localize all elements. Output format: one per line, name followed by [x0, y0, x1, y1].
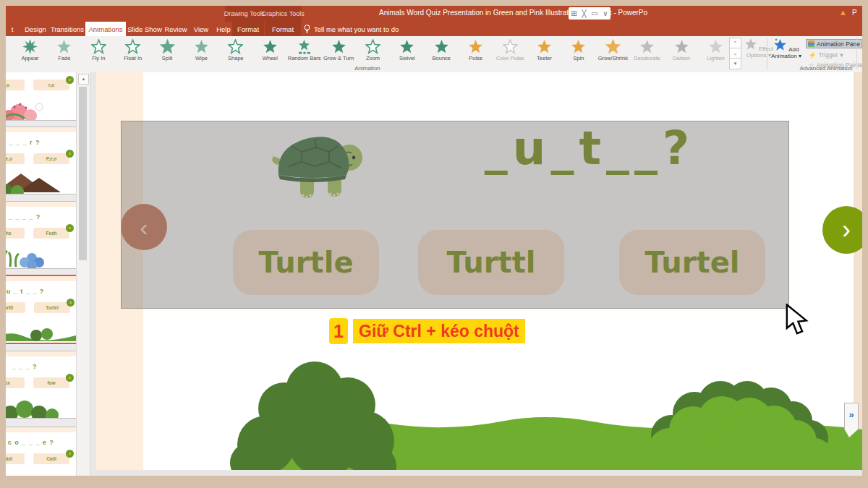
slide-thumbnail-3[interactable]: _ _ _ _ ?FihsFesh›	[6, 201, 76, 269]
gallery-more-button[interactable]: ▾	[729, 58, 741, 69]
animation-pane-label: Animation Pane	[817, 40, 860, 48]
animation-label: Wheel	[253, 55, 287, 61]
ribbon-tab-row: Tell me what you want to do tDesignTrans…	[6, 22, 862, 36]
star-icon	[674, 39, 689, 54]
star-icon	[56, 39, 72, 54]
add-animation-star-icon	[773, 38, 787, 51]
thumb-question: _ _ _ _ ?	[6, 213, 61, 221]
thumb-peach-band	[6, 276, 76, 281]
animation-lighten[interactable]: Lighten	[699, 38, 733, 69]
animation-pane-button[interactable]: Animation Pane	[806, 39, 862, 48]
monitor-icon: ▭	[591, 9, 597, 17]
animation-shape[interactable]: Shape	[218, 38, 252, 69]
chevron-down-icon: ∨	[603, 9, 608, 17]
slide-thumbnail-6[interactable]: r _ c o _ _ _ e ?CabilCalil›	[6, 427, 76, 476]
display-control-icons[interactable]: ⊞ ╳ ▭ ∨	[569, 7, 610, 20]
star-icon	[365, 39, 380, 54]
slide-canvas: ‹ _u_t__? TurtleT	[90, 72, 862, 476]
thumb-option-2: r,o	[33, 80, 69, 90]
animation-color-pulse[interactable]: Color Pulse	[493, 38, 527, 69]
thumb-question: r _ c o _ _ _ e ?	[6, 439, 61, 446]
star-icon	[194, 39, 209, 54]
mouse-cursor-icon	[785, 304, 809, 335]
star-icon	[331, 39, 346, 54]
thumb-option-2: Calil	[33, 453, 69, 464]
slide-thumbnail-5[interactable]: _ _ _ ?foxfow›	[6, 351, 76, 419]
trigger-button[interactable]: ⚡ Trigger ▾	[809, 50, 843, 59]
animation-label: Bounce	[425, 55, 459, 61]
step-number-badge: 1	[329, 318, 348, 344]
animation-grow-shrink[interactable]: Grow/Shrink	[596, 38, 630, 69]
tab-animations[interactable]: Animations	[85, 22, 126, 36]
animation-wheel[interactable]: Wheel	[253, 38, 287, 69]
thumb-option-2: Turtel	[34, 302, 70, 313]
star-icon	[91, 39, 106, 54]
tab-t[interactable]: t	[7, 22, 17, 36]
tab-transitions[interactable]: Transitions	[49, 22, 85, 36]
selection-overlay[interactable]	[121, 121, 789, 309]
animation-fly-in[interactable]: Fly In	[82, 38, 116, 69]
star-icon	[744, 38, 757, 51]
lightbulb-icon	[304, 25, 310, 34]
animation-group-label: Animation	[317, 65, 418, 72]
animation-teeter[interactable]: Teeter	[527, 38, 561, 69]
animation-spin[interactable]: Spin	[561, 38, 595, 69]
scrollbar-up-arrow[interactable]: ▲	[78, 74, 89, 85]
animation-float-in[interactable]: Float In	[116, 38, 150, 69]
animation-split[interactable]: Split	[150, 38, 184, 69]
slide-thumbnail-2[interactable]: _ _ _ r ?B,e,oP,e,o›	[6, 127, 76, 194]
thumb-question: _ _ _ ?	[6, 363, 61, 370]
animation-label: Lighten	[699, 55, 733, 61]
tab-slide-show[interactable]: Slide Show	[127, 22, 162, 36]
thumb-art-coral	[6, 245, 76, 268]
star-icon	[639, 39, 655, 54]
star-icon	[434, 39, 449, 54]
animation-label: Pulse	[459, 55, 493, 61]
tab-format-0[interactable]: Format	[232, 22, 264, 36]
tab-format-1[interactable]: Format	[265, 22, 301, 36]
star-icon	[537, 39, 552, 54]
animation-label: Color Pulse	[493, 55, 527, 61]
animation-wipe[interactable]: Wipe	[184, 38, 218, 69]
thumb-option-1: fox	[6, 377, 25, 388]
tell-me-box[interactable]: Tell me what you want to do	[304, 22, 399, 36]
animation-label: Float In	[116, 55, 150, 61]
animation-darken[interactable]: Darken	[665, 38, 699, 69]
animation-label: Random Bars	[287, 55, 321, 61]
thumb-art-grass	[6, 320, 76, 343]
thumbnail-scrollbar[interactable]: ▲	[76, 72, 90, 476]
star-icon	[468, 39, 483, 54]
animation-desaturate[interactable]: Desaturate	[630, 38, 664, 69]
thumb-option-1: Turttl	[6, 302, 25, 313]
title-bar: Drawing Tools Graphics Tools Animals Wor…	[6, 6, 862, 22]
thumb-option-1: B,e,o	[6, 153, 25, 164]
animation-label: Appear	[13, 55, 47, 61]
animation-label: Split	[150, 55, 184, 61]
star-icon	[160, 39, 175, 54]
thumb-next-badge: ›	[66, 450, 74, 458]
slide-thumbnail-1[interactable]: _ _ _ y ?r,or,o›	[6, 72, 76, 121]
animation-pulse[interactable]: Pulse	[459, 38, 493, 69]
animation-fade[interactable]: Fade	[47, 38, 81, 69]
animation-bounce[interactable]: Bounce	[425, 38, 459, 69]
animation-appear[interactable]: Appear	[13, 38, 47, 69]
tab-help[interactable]: Help	[213, 22, 234, 36]
star-icon	[125, 39, 140, 54]
tell-me-label: Tell me what you want to do	[314, 25, 399, 33]
tab-view[interactable]: View	[190, 22, 213, 36]
thumb-option-2: P,e,o	[33, 153, 69, 164]
animation-label: Spin	[561, 55, 595, 61]
animation-pane-icon	[808, 40, 814, 47]
thumb-option-1: Cabil	[6, 453, 25, 464]
graphics-tools-label: Graphics Tools	[264, 6, 302, 22]
slide-thumbnail-4[interactable]: u _ t _ _ ?TurttlTurtel›	[6, 275, 76, 344]
star-icon	[297, 39, 312, 54]
thumb-peach-band	[6, 351, 76, 356]
thumb-next-badge: ›	[66, 150, 74, 158]
tab-review[interactable]: Review	[162, 22, 190, 36]
tab-design[interactable]: Design	[22, 22, 49, 36]
thumb-peach-band	[6, 427, 76, 432]
scrollbar-thumb[interactable]	[79, 87, 87, 260]
warning-triangle-icon[interactable]: ▲	[839, 8, 847, 17]
thumb-option-1: Fihs	[6, 228, 25, 239]
